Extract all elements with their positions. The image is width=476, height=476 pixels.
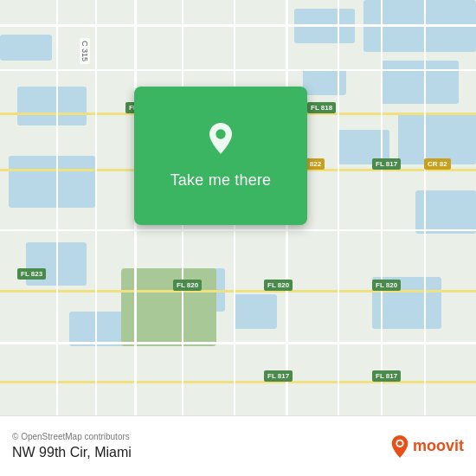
water-body: [234, 294, 277, 329]
water-body: [381, 61, 459, 104]
water-body: [398, 113, 476, 164]
location-name: NW 99th Cir, Miami: [12, 445, 390, 460]
road-horizontal: [0, 24, 476, 27]
svg-point-2: [397, 441, 402, 446]
road-horizontal-fl817b: [0, 381, 476, 383]
action-card: Take me there: [134, 87, 307, 225]
road-label-c315: C 315: [80, 38, 90, 64]
fl820-badge-1: FL 820: [173, 280, 202, 291]
map-attribution: © OpenStreetMap contributors: [12, 432, 390, 441]
road-vertical: [56, 0, 58, 415]
water-body: [303, 69, 346, 95]
road-vertical: [424, 0, 426, 415]
moovit-logo: moovit: [390, 435, 464, 458]
cr822-badge-2: CR 82: [424, 158, 451, 170]
road-horizontal: [0, 342, 476, 344]
moovit-brand-text: moovit: [413, 437, 464, 455]
road-horizontal: [0, 69, 476, 71]
fl817-badge-3: FL 817: [372, 370, 401, 382]
fl823-badge: FL 823: [17, 268, 46, 280]
road-vertical: [95, 0, 97, 415]
road-vertical: [381, 0, 383, 415]
fl817-badge-1: FL 817: [372, 158, 401, 170]
water-body: [0, 35, 52, 61]
road-horizontal: [0, 229, 476, 231]
fl818-badge-2: FL 818: [307, 102, 336, 113]
fl817-badge-2: FL 817: [264, 370, 293, 382]
location-info: © OpenStreetMap contributors NW 99th Cir…: [12, 432, 390, 460]
fl820-badge-2: FL 820: [264, 280, 293, 291]
location-pin-icon: [202, 123, 240, 161]
map-container: C 315 FL 818 FL 818 FL 817 FL 823 FL 820…: [0, 0, 476, 476]
water-body: [9, 156, 95, 208]
road-vertical: [338, 0, 339, 415]
fl820-badge-3: FL 820: [372, 280, 401, 291]
bottom-bar: © OpenStreetMap contributors NW 99th Cir…: [0, 415, 476, 476]
svg-point-0: [215, 129, 225, 138]
take-me-there-button[interactable]: Take me there: [170, 171, 272, 190]
water-body: [17, 87, 87, 125]
moovit-pin-icon: [390, 435, 409, 458]
road-horizontal-fl820: [0, 290, 476, 293]
